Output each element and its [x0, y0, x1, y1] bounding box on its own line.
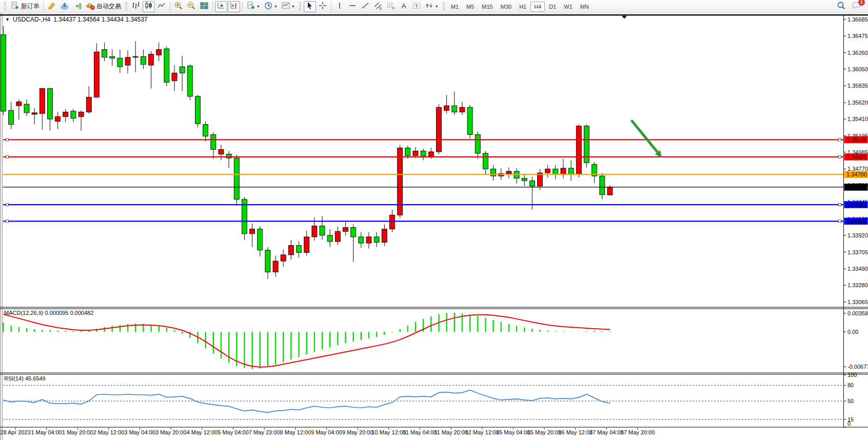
svg-text:15 May 20:00: 15 May 20:00	[527, 429, 562, 435]
svg-text:11 May 20:00: 11 May 20:00	[434, 429, 468, 435]
toolbar-grip[interactable]	[125, 2, 127, 11]
toolbar-separator	[331, 2, 331, 12]
svg-text:17 May 04:00: 17 May 04:00	[589, 429, 624, 435]
toolbar-grip[interactable]	[4, 2, 6, 11]
rsi-indicator-label: RSI(14) 45.6549	[4, 375, 46, 382]
svg-text:1.35410: 1.35410	[847, 116, 868, 122]
timeframe-M15[interactable]: M15	[478, 2, 496, 12]
price-badge-1.34925: 1.34925	[844, 153, 868, 161]
crayon-button[interactable]	[46, 1, 58, 12]
trendline-button[interactable]	[359, 1, 371, 12]
crayon-icon	[47, 1, 56, 12]
signal-button[interactable]	[71, 1, 84, 12]
svg-text:4 May 12:00: 4 May 12:00	[187, 429, 218, 435]
svg-text:11 May 04:00: 11 May 04:00	[403, 429, 437, 435]
svg-text:80: 80	[847, 382, 854, 388]
cloud-icon	[60, 1, 69, 12]
toolbar-separator	[43, 2, 44, 12]
dropdown-caret: ▼	[274, 5, 278, 8]
autotrading-label: 自动交易	[96, 2, 121, 11]
timeframe-M1[interactable]: M1	[447, 2, 462, 12]
autotrading-button[interactable]: 自动交易	[84, 1, 123, 12]
timeframe-M30[interactable]: M30	[497, 2, 515, 12]
line-chart-button[interactable]	[155, 1, 168, 12]
one-click-trading-expander[interactable]: ▼	[5, 17, 10, 22]
timeframe-H4[interactable]: H4	[530, 2, 545, 12]
svg-text:17 May 20:00: 17 May 20:00	[621, 429, 655, 435]
svg-text:1.34101: 1.34101	[846, 218, 867, 224]
timeframe-H1[interactable]: H1	[516, 2, 530, 12]
chart-symbol-title: USDCAD-,H4	[13, 16, 50, 23]
signal-icon	[73, 1, 82, 12]
tile-windows-button[interactable]	[198, 1, 210, 12]
svg-text:1.34537: 1.34537	[846, 184, 867, 190]
svg-text:1.33705: 1.33705	[847, 249, 868, 255]
svg-text:8 May 12:00: 8 May 12:00	[280, 429, 311, 435]
text-label-button[interactable]: T	[410, 1, 423, 12]
chart-shift-button[interactable]	[228, 1, 240, 12]
timeframe-W1[interactable]: W1	[560, 2, 576, 12]
bar-chart-button[interactable]	[130, 1, 142, 12]
notifications-button[interactable]: 1	[851, 1, 863, 12]
dropdown-caret: ▼	[291, 5, 295, 8]
arrows-icon	[425, 1, 434, 12]
svg-text:7 May 23:00: 7 May 23:00	[249, 429, 280, 435]
svg-text:1.36050: 1.36050	[847, 66, 868, 72]
timeframe-D1[interactable]: D1	[545, 2, 560, 12]
svg-text:-0.006775: -0.006775	[847, 364, 868, 370]
svg-text:12 May 12:00: 12 May 12:00	[465, 429, 499, 435]
svg-text:1.33490: 1.33490	[847, 266, 868, 272]
vertical-line-button[interactable]	[333, 1, 346, 12]
svg-text:A: A	[401, 2, 406, 9]
search-button[interactable]	[835, 1, 847, 12]
fibonacci-button[interactable]: F	[385, 1, 397, 12]
svg-text:15 May 04:00: 15 May 04:00	[496, 429, 530, 435]
equidistant-channel-icon: E	[373, 1, 383, 12]
new-order-button[interactable]: 新订单	[9, 1, 41, 12]
trendline-icon	[361, 1, 370, 12]
equidistant-channel-button[interactable]: E	[372, 1, 384, 12]
svg-text:10 May 12:00: 10 May 12:00	[371, 429, 406, 435]
indicators-button[interactable]: ▼	[245, 1, 262, 12]
toolbar-grip[interactable]	[299, 2, 301, 11]
fibonacci-icon: F	[386, 1, 396, 12]
periods-button[interactable]: ▼	[262, 1, 279, 12]
svg-text:5 May 04:00: 5 May 04:00	[218, 429, 249, 435]
svg-text:2 May 12:00: 2 May 12:00	[93, 429, 125, 435]
svg-text:1.35620: 1.35620	[847, 99, 868, 106]
text-button[interactable]: A	[398, 1, 410, 12]
toolbar-separator	[212, 2, 213, 12]
svg-text:T: T	[415, 3, 418, 8]
dropdown-caret: ▼	[435, 5, 439, 8]
svg-text:1.34313: 1.34313	[846, 202, 867, 208]
toolbar-separator	[242, 2, 243, 12]
notification-badge: 1	[858, 0, 865, 6]
svg-text:50: 50	[847, 398, 854, 404]
crosshair-button[interactable]	[317, 1, 329, 12]
horizontal-line-button[interactable]	[346, 1, 359, 12]
templates-button[interactable]: ▼	[280, 1, 297, 12]
indicators-icon	[246, 1, 255, 12]
toolbar-grip[interactable]	[443, 2, 445, 11]
candlestick-chart-button[interactable]	[143, 1, 155, 12]
arrows-button[interactable]: ▼	[423, 1, 440, 12]
svg-text:0.00: 0.00	[847, 329, 858, 335]
price-badge-1.35145: 1.35145	[844, 136, 868, 144]
auto-scroll-button[interactable]	[215, 1, 227, 12]
timeframe-MN[interactable]: MN	[577, 2, 593, 12]
timeframe-M5[interactable]: M5	[463, 2, 478, 12]
zoom-in-icon	[174, 1, 183, 12]
price-badge-1.34537: 1.34537	[844, 184, 868, 191]
zoom-in-button[interactable]	[172, 1, 185, 12]
line-chart-icon	[157, 1, 166, 12]
chart-canvas[interactable]: 1.366851.364751.362601.360501.358351.356…	[0, 0, 868, 440]
new-order-icon	[10, 1, 19, 12]
cursor-button[interactable]	[304, 1, 316, 12]
toolbar-separator	[170, 2, 170, 12]
svg-text:1.36685: 1.36685	[847, 16, 868, 23]
svg-text:1.35835: 1.35835	[847, 83, 868, 89]
mql5-community-button[interactable]	[58, 1, 71, 12]
zoom-out-button[interactable]	[185, 1, 198, 12]
svg-text:1.34700: 1.34700	[846, 171, 867, 177]
svg-text:1.35145: 1.35145	[846, 136, 867, 143]
